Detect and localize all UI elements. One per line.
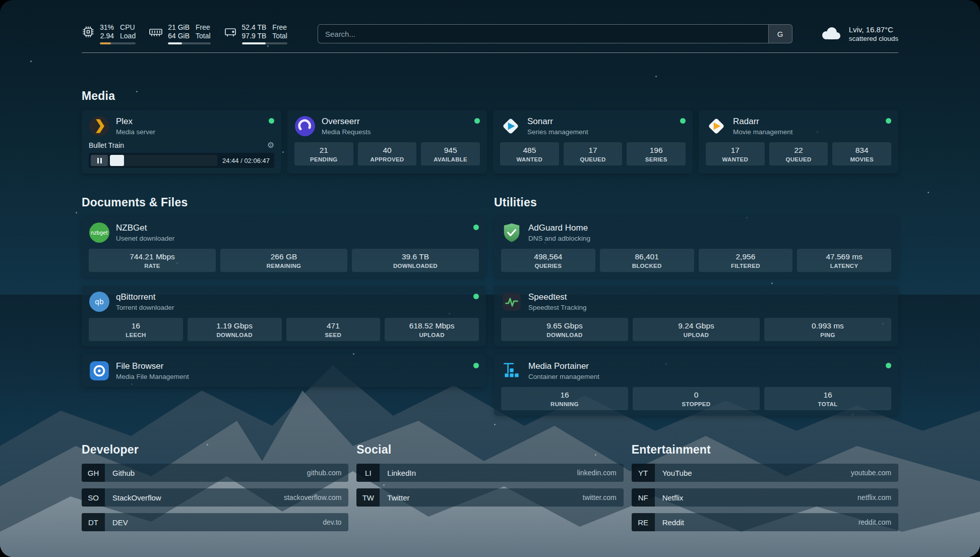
memory-free-value: 21 GiB bbox=[168, 23, 190, 31]
stat-upload: 618.52 Mbps UPLOAD bbox=[385, 318, 479, 341]
playback-time: 24:44 / 02:06:47 bbox=[222, 157, 272, 164]
bookmark-stackoverflow[interactable]: SO StackOverflow stackoverflow.com bbox=[82, 488, 348, 507]
service-card-sonarr[interactable]: Sonarr Series management 485 WANTED 17 Q… bbox=[493, 110, 693, 174]
cpu-icon bbox=[82, 25, 95, 38]
stat-wanted: 485 WANTED bbox=[500, 142, 559, 165]
playback-progress-track[interactable] bbox=[110, 155, 217, 166]
service-card-qbittorrent[interactable]: qb qBittorrent Torrent downloader 16 bbox=[82, 286, 486, 347]
service-title: Speedtest bbox=[528, 292, 587, 302]
service-title: Media Portainer bbox=[528, 361, 599, 371]
service-subtitle: Media Requests bbox=[322, 128, 371, 136]
memory-total-value: 64 GiB bbox=[168, 32, 190, 40]
bookmark-domain: netflix.com bbox=[858, 488, 898, 507]
stat-ping: 0.993 ms PING bbox=[764, 318, 891, 341]
stat-rate: 744.21 Mbps RATE bbox=[89, 249, 216, 272]
weather-condition: scattered clouds bbox=[849, 35, 898, 42]
service-card-plex[interactable]: Plex Media server Bullet Train ⚙ 24:44 /… bbox=[82, 110, 281, 174]
bookmark-abbr: RE bbox=[632, 513, 655, 531]
stat-series: 196 SERIES bbox=[627, 142, 686, 165]
status-dot bbox=[886, 118, 891, 124]
status-dot bbox=[680, 118, 686, 124]
search-provider-button[interactable]: G bbox=[768, 25, 792, 43]
status-dot bbox=[473, 294, 479, 299]
bookmark-abbr: YT bbox=[632, 464, 655, 482]
service-subtitle: Media File Management bbox=[116, 373, 189, 380]
service-title: Radarr bbox=[733, 117, 793, 127]
disk-progress-fill bbox=[242, 42, 266, 44]
bookmark-reddit[interactable]: RE Reddit reddit.com bbox=[632, 513, 898, 531]
stat-available: 945 AVAILABLE bbox=[421, 142, 480, 165]
service-card-filebrowser[interactable]: File Browser Media File Management bbox=[82, 355, 486, 387]
bookmark-dev[interactable]: DT DEV dev.to bbox=[82, 513, 348, 531]
bookmark-abbr: SO bbox=[82, 488, 105, 507]
status-dot bbox=[886, 363, 891, 368]
bookmark-name: Netflix bbox=[655, 488, 684, 507]
memory-total-label: Total bbox=[196, 32, 211, 40]
plex-icon bbox=[89, 116, 110, 137]
nzbget-icon: nzbget bbox=[89, 222, 110, 243]
bookmark-netflix[interactable]: NF Netflix netflix.com bbox=[632, 488, 898, 507]
service-title: AdGuard Home bbox=[528, 223, 590, 233]
stat-filtered: 2,956 FILTERED bbox=[699, 249, 793, 272]
weather-widget: Lviv, 16.87°C scattered clouds bbox=[820, 24, 898, 43]
service-card-adguard[interactable]: AdGuard Home DNS and adblocking 498,564 … bbox=[494, 216, 898, 277]
status-dot bbox=[473, 225, 479, 230]
service-card-nzbget[interactable]: nzbget NZBGet Usenet downloader 744.21 M… bbox=[82, 216, 486, 277]
search-input[interactable] bbox=[318, 30, 768, 38]
bookmark-youtube[interactable]: YT YouTube youtube.com bbox=[632, 464, 898, 482]
playback-progress-fill bbox=[110, 155, 124, 166]
memory-free-label: Free bbox=[196, 23, 211, 31]
search-bar: G bbox=[318, 24, 792, 43]
service-title: Sonarr bbox=[527, 117, 588, 127]
adguard-icon bbox=[501, 222, 522, 243]
portainer-icon bbox=[501, 360, 522, 381]
overseerr-icon bbox=[294, 116, 316, 137]
memory-progress-fill bbox=[168, 42, 182, 44]
bookmark-abbr: DT bbox=[82, 513, 105, 531]
filebrowser-icon bbox=[89, 360, 110, 381]
svg-text:nzbget: nzbget bbox=[91, 230, 108, 236]
disk-total-value: 97.9 TB bbox=[242, 32, 267, 40]
bookmark-linkedin[interactable]: LI LinkedIn linkedin.com bbox=[356, 464, 623, 482]
service-card-radarr[interactable]: Radarr Movie management 17 WANTED 22 QUE… bbox=[699, 110, 898, 174]
service-subtitle: Media server bbox=[116, 128, 155, 136]
bookmark-twitter[interactable]: TW Twitter twitter.com bbox=[356, 488, 623, 507]
service-card-speedtest[interactable]: Speedtest Speedtest Tracking 9.65 Gbps D… bbox=[494, 286, 898, 347]
memory-widget: 21 GiB Free 64 GiB Total bbox=[149, 23, 210, 44]
service-subtitle: Usenet downloader bbox=[116, 235, 174, 242]
bookmark-abbr: GH bbox=[82, 464, 105, 482]
bookmark-abbr: NF bbox=[632, 488, 655, 507]
disk-widget: 52.4 TB Free 97.9 TB Total bbox=[224, 23, 287, 44]
stat-download: 1.19 Gbps DOWNLOAD bbox=[188, 318, 282, 341]
status-dot bbox=[269, 118, 274, 124]
bookmark-name: StackOverflow bbox=[105, 488, 161, 507]
service-subtitle: Speedtest Tracking bbox=[528, 304, 587, 311]
gear-icon[interactable]: ⚙ bbox=[267, 141, 274, 149]
service-card-overseerr[interactable]: Overseerr Media Requests 21 PENDING 40 A… bbox=[287, 110, 487, 174]
stat-downloaded: 39.6 TB DOWNLOADED bbox=[352, 249, 479, 272]
stat-movies: 834 MOVIES bbox=[832, 142, 891, 165]
stat-approved: 40 APPROVED bbox=[358, 142, 417, 165]
pause-button[interactable] bbox=[91, 155, 108, 166]
bookmark-name: DEV bbox=[105, 513, 128, 531]
top-bar: 31% CPU 2.94 Load 21 GiB bbox=[82, 23, 898, 44]
service-subtitle: Container management bbox=[528, 373, 599, 380]
media-grid: Plex Media server Bullet Train ⚙ 24:44 /… bbox=[82, 110, 898, 174]
bookmark-abbr: TW bbox=[356, 488, 380, 507]
stat-remaining: 266 GB REMAINING bbox=[220, 249, 347, 272]
sonarr-icon bbox=[500, 116, 521, 137]
service-subtitle: Movie management bbox=[733, 128, 793, 136]
section-heading-utilities: Utilities bbox=[494, 196, 898, 209]
cpu-progress-track bbox=[100, 42, 136, 44]
service-subtitle: Torrent downloader bbox=[116, 304, 174, 311]
stat-queued: 22 QUEUED bbox=[769, 142, 828, 165]
bookmark-domain: linkedin.com bbox=[577, 464, 624, 482]
disk-progress-track bbox=[242, 42, 287, 44]
service-card-portainer[interactable]: Media Portainer Container management 16 … bbox=[494, 355, 898, 416]
bookmark-github[interactable]: GH Github github.com bbox=[82, 464, 348, 482]
stat-seed: 471 SEED bbox=[286, 318, 381, 341]
disk-total-label: Total bbox=[272, 32, 287, 40]
bookmark-name: Reddit bbox=[655, 513, 684, 531]
stat-download: 9.65 Gbps DOWNLOAD bbox=[501, 318, 628, 341]
speedtest-icon bbox=[501, 291, 522, 312]
